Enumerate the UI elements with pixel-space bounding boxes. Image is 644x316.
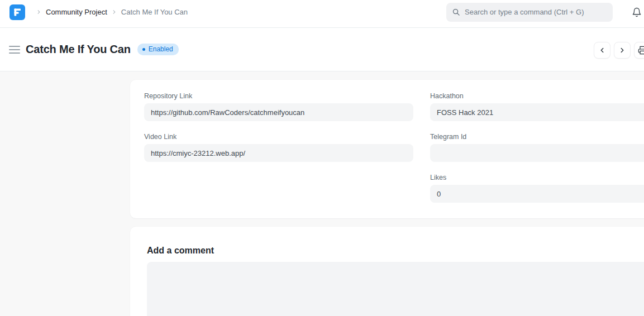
frappe-logo[interactable] bbox=[9, 4, 25, 20]
sidebar-toggle-button[interactable] bbox=[9, 46, 20, 54]
chevron-right-icon bbox=[618, 46, 626, 54]
breadcrumb-parent-link[interactable]: Community Project bbox=[46, 8, 107, 16]
status-dot-icon bbox=[142, 48, 145, 51]
search-input[interactable] bbox=[465, 8, 607, 16]
form-column-right: Hackathon Telegram Id Likes bbox=[430, 92, 644, 203]
form-column-left: Repository Link Video Link bbox=[144, 92, 413, 203]
page-head-actions bbox=[594, 42, 644, 59]
breadcrumb-current: Catch Me If You Can bbox=[121, 8, 188, 16]
field-label: Repository Link bbox=[144, 92, 413, 100]
status-badge: Enabled bbox=[137, 44, 179, 55]
video-link-input[interactable] bbox=[144, 144, 413, 162]
field-label: Likes bbox=[430, 174, 644, 181]
field-telegram-id: Telegram Id bbox=[430, 133, 644, 162]
navbar: Community Project Catch Me If You Can bbox=[0, 0, 644, 28]
telegram-id-input[interactable] bbox=[430, 144, 644, 162]
comment-section-card: Add a comment bbox=[130, 227, 644, 316]
breadcrumb: Community Project Catch Me If You Can bbox=[32, 8, 188, 16]
printer-icon bbox=[638, 46, 644, 55]
status-badge-label: Enabled bbox=[149, 45, 173, 53]
comment-input[interactable] bbox=[147, 262, 644, 316]
global-search[interactable] bbox=[446, 3, 613, 22]
field-label: Hackathon bbox=[430, 92, 644, 100]
hackathon-input[interactable] bbox=[430, 103, 644, 121]
frappe-f-icon bbox=[12, 7, 22, 17]
previous-document-button[interactable] bbox=[594, 42, 610, 59]
likes-input[interactable] bbox=[430, 185, 644, 203]
comment-section-heading: Add a comment bbox=[147, 246, 644, 256]
page-title: Catch Me If You Can bbox=[26, 43, 131, 56]
repository-link-input[interactable] bbox=[144, 103, 413, 121]
page-head: Catch Me If You Can Enabled bbox=[0, 28, 644, 71]
field-label: Telegram Id bbox=[430, 133, 644, 141]
search-icon bbox=[452, 8, 460, 16]
chevron-right-icon bbox=[36, 9, 42, 15]
menu-icon bbox=[9, 46, 20, 47]
field-hackathon: Hackathon bbox=[430, 92, 644, 121]
print-button[interactable] bbox=[634, 42, 644, 59]
form-section-card: Repository Link Video Link Hackathon Tel… bbox=[130, 80, 644, 218]
main-content: Repository Link Video Link Hackathon Tel… bbox=[0, 71, 644, 316]
next-document-button[interactable] bbox=[614, 42, 631, 59]
bell-icon bbox=[632, 7, 642, 17]
field-video-link: Video Link bbox=[144, 133, 413, 162]
field-likes: Likes bbox=[430, 174, 644, 203]
field-label: Video Link bbox=[144, 133, 413, 141]
chevron-left-icon bbox=[598, 46, 606, 54]
chevron-right-icon bbox=[111, 9, 117, 15]
notifications-button[interactable] bbox=[631, 6, 643, 18]
field-repository-link: Repository Link bbox=[144, 92, 413, 121]
